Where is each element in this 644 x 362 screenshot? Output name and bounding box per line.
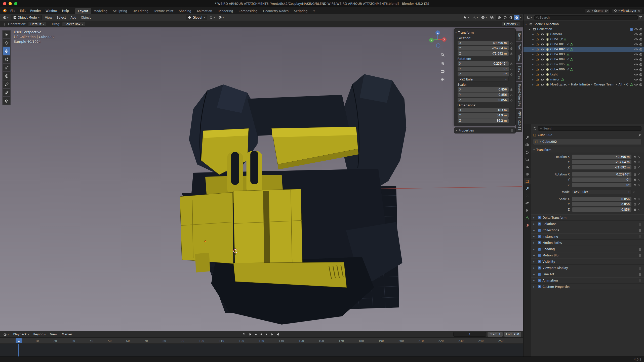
object-name[interactable]: Camera — [550, 32, 562, 36]
properties-search[interactable] — [538, 126, 641, 131]
animate-property-dot[interactable] — [638, 203, 640, 205]
expand-arrow-icon[interactable]: ▸ — [533, 83, 535, 86]
outliner-object-row[interactable]: ▸ Cube.005 — [524, 62, 644, 67]
workspace-tab[interactable]: Layout — [75, 8, 91, 14]
blender-logo-icon[interactable] — [2, 9, 8, 13]
lock-icon[interactable] — [633, 183, 637, 187]
object-name[interactable]: MoeSizzlac_-_Halo_Infinite_-_Omega_Team_… — [550, 83, 628, 86]
menu-item[interactable]: File — [8, 8, 18, 14]
scene-collection-row[interactable]: ▾ Scene Collection — [524, 22, 644, 27]
expand-arrow-icon[interactable]: ▸ — [533, 68, 535, 71]
location-x-field[interactable]: X-49.396 m — [458, 41, 509, 45]
lock-icon[interactable] — [510, 62, 514, 65]
location-y-field[interactable]: Y-267.64 m — [458, 46, 509, 51]
mesh-data-icon[interactable] — [570, 58, 573, 61]
rotation-x-field[interactable]: X0.23946° — [458, 61, 509, 66]
mesh-data-icon[interactable] — [564, 38, 567, 41]
tab-world[interactable] — [524, 171, 531, 177]
disable-render-icon[interactable] — [639, 43, 642, 46]
pin-icon[interactable] — [638, 133, 641, 137]
fullscreen-window-button[interactable] — [14, 2, 17, 5]
playhead-line[interactable] — [18, 344, 19, 356]
outliner-editor-type-selector[interactable]: ▾ — [525, 15, 533, 20]
gizmos-dropdown[interactable]: ▾ — [471, 15, 479, 20]
workspace-tab[interactable]: Rendering — [215, 8, 236, 14]
add-cube-tool[interactable] — [3, 97, 10, 105]
minimize-window-button[interactable] — [9, 2, 12, 5]
play-reverse-button[interactable] — [259, 332, 264, 337]
section-checkbox[interactable]: ✓ — [538, 285, 541, 288]
panel-grip-icon[interactable] — [511, 31, 514, 34]
workspace-tab[interactable]: Modeling — [91, 8, 110, 14]
jump-to-start-button[interactable] — [248, 332, 253, 337]
animate-property-dot[interactable] — [638, 161, 640, 163]
tab-modifiers[interactable] — [524, 186, 531, 192]
hide-eye-icon[interactable] — [634, 38, 638, 41]
collapsed-section-row[interactable]: ▸ ✓ Line Art — [531, 271, 644, 277]
hide-eye-icon[interactable] — [634, 48, 638, 51]
section-checkbox[interactable]: ✓ — [538, 229, 541, 232]
collapsed-section-row[interactable]: ▸ ✓ Relations — [531, 221, 644, 227]
overlays-dropdown[interactable]: ▾ — [480, 15, 488, 20]
collapsed-section-row[interactable]: ▸ ✓ Viewport Display — [531, 265, 644, 271]
section-checkbox[interactable]: ✓ — [538, 216, 541, 219]
lock-icon[interactable] — [510, 52, 514, 55]
disable-render-icon[interactable] — [639, 73, 642, 76]
section-checkbox[interactable]: ✓ — [538, 248, 541, 251]
workspace-tab[interactable]: Sculpting — [110, 8, 130, 14]
options-dropdown[interactable]: Options ▾ — [502, 22, 521, 27]
sidebar-tab[interactable]: Tool — [516, 42, 522, 52]
outliner-object-row[interactable]: ▸ MoeSizzlac_-_Halo_Infinite_-_Omega_Tea… — [524, 82, 644, 87]
disable-render-icon[interactable] — [639, 58, 642, 61]
rotation-mode-dropdown[interactable]: XYZ Euler▾ — [458, 77, 509, 82]
expand-arrow-icon[interactable]: ▸ — [533, 43, 535, 46]
lock-icon[interactable] — [510, 47, 514, 50]
workspace-tab[interactable]: Animation — [194, 8, 215, 14]
camera-view-icon[interactable] — [440, 68, 446, 74]
panel-grip-icon[interactable] — [639, 149, 641, 151]
expand-arrow-icon[interactable]: ▸ — [533, 63, 535, 66]
animate-property-dot[interactable] — [638, 184, 640, 186]
shading-solid-button[interactable] — [502, 15, 508, 20]
select-box-tool[interactable] — [3, 31, 10, 38]
panel-grip-icon[interactable] — [639, 242, 641, 244]
modifier-wrench-icon[interactable] — [560, 38, 563, 41]
editor-type-selector[interactable]: ▾ — [2, 15, 10, 20]
collapsed-section-row[interactable]: ▸ ✓ Shading — [531, 246, 644, 252]
lock-icon[interactable] — [510, 99, 514, 102]
outliner-object-row[interactable]: ▸ mirror — [524, 77, 644, 82]
tab-material[interactable] — [524, 222, 531, 228]
section-checkbox[interactable]: ✓ — [538, 273, 541, 276]
hide-eye-icon[interactable] — [634, 43, 638, 46]
orientation-dropdown[interactable]: Global ▾ — [186, 15, 207, 20]
animate-property-dot[interactable] — [638, 179, 640, 180]
3d-viewport[interactable]: User Perspective (1) Collection | Cube.0… — [0, 27, 523, 331]
object-name[interactable]: Cube.004 — [550, 58, 565, 61]
sidebar-tab[interactable]: View — [516, 52, 522, 63]
close-window-button[interactable] — [3, 2, 6, 5]
property-field[interactable]: -71.692 m ▾ — [572, 165, 631, 169]
object-visibility-dropdown[interactable]: ▾ — [462, 15, 470, 20]
new-scene-icon[interactable] — [605, 9, 608, 12]
scale-z-field[interactable]: Z0.856 — [458, 98, 509, 102]
orientation-setting-dropdown[interactable]: Default ▾ — [28, 22, 46, 27]
panel-grip-icon[interactable] — [639, 223, 641, 225]
collapsed-section-row[interactable]: ▸ ✓ Delta Transform — [531, 214, 644, 221]
expand-arrow-icon[interactable]: ▸ — [533, 38, 535, 41]
disable-render-icon[interactable] — [639, 28, 642, 31]
zoom-icon[interactable] — [440, 52, 446, 58]
expand-arrow-icon[interactable]: ▸ — [533, 58, 535, 61]
lock-icon[interactable] — [633, 155, 637, 158]
sidebar-tab[interactable]: MPFB v2.0.11 — [516, 109, 522, 132]
section-checkbox[interactable]: ✓ — [538, 254, 541, 257]
timeline-menu-item[interactable]: View ▾ — [48, 332, 59, 337]
object-name[interactable]: Cube — [550, 37, 558, 41]
tab-physics[interactable] — [524, 200, 531, 206]
viewport-menu-item[interactable]: View — [43, 15, 54, 20]
expand-arrow-icon[interactable]: ▸ — [533, 73, 535, 76]
lock-icon[interactable] — [510, 73, 514, 76]
panel-grip-icon[interactable] — [639, 216, 641, 219]
shading-wireframe-button[interactable] — [497, 15, 502, 20]
outliner-search-input[interactable] — [540, 16, 636, 19]
tab-scene[interactable] — [524, 164, 531, 170]
